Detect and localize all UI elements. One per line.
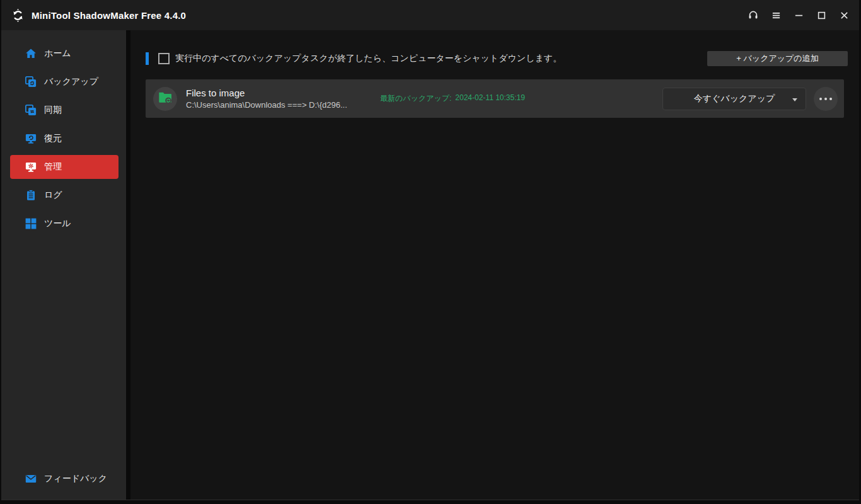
manage-page: 実行中のすべてのバックアップタスクが終了したら、コンピューターをシャットダウンし… [130,30,859,500]
sidebar-divider [126,30,130,500]
sidebar-item-label: ホーム [44,48,71,59]
app-window: MiniTool ShadowMaker Free 4.4.0 [0,0,861,504]
sidebar: ホーム バックアップ [1,30,126,500]
folder-backup-icon [158,91,172,107]
sidebar-item-label: 管理 [44,161,62,173]
home-icon [25,48,37,59]
feedback-icon [25,473,37,484]
latest-backup-time: 2024-02-11 10:35:19 [455,93,525,104]
window-bottom-border [1,500,859,504]
maximize-icon[interactable] [810,5,833,25]
sidebar-item-label: ツール [44,218,71,229]
ellipsis-icon [824,98,827,100]
sidebar-item-label: フィードバック [44,473,107,484]
backup-now-button[interactable]: 今すぐバックアップ [662,88,806,110]
sidebar-item-tools[interactable]: ツール [10,212,118,236]
task-icon-circle [153,87,177,111]
sidebar-item-log[interactable]: ログ [10,183,118,207]
window-title: MiniTool ShadowMaker Free 4.4.0 [32,10,186,21]
log-icon [25,190,37,201]
sidebar-item-label: バックアップ [44,76,98,88]
sidebar-item-label: 同期 [44,105,62,116]
backup-now-label: 今すぐバックアップ [694,93,775,105]
sync-icon [25,105,37,116]
support-icon[interactable] [742,5,765,25]
manage-icon [25,161,37,173]
ellipsis-icon [829,98,832,100]
task-info: Files to image C:\Users\anima\Downloads … [186,88,380,110]
shutdown-checkbox-label: 実行中のすべてのバックアップタスクが終了したら、コンピューターをシャットダウンし… [175,53,562,64]
task-latest-backup: 最新のバックアップ: 2024-02-11 10:35:19 [380,93,525,104]
minimize-icon[interactable] [787,5,810,25]
restore-icon [25,133,37,144]
sidebar-item-feedback[interactable]: フィードバック [10,467,118,491]
ellipsis-icon [819,98,822,100]
sidebar-item-label: 復元 [44,133,62,144]
latest-backup-label: 最新のバックアップ: [380,93,451,104]
accent-bar [146,52,149,65]
backup-task-card: Files to image C:\Users\anima\Downloads … [146,79,844,118]
sidebar-item-label: ログ [44,190,62,201]
manage-header: 実行中のすべてのバックアップタスクが終了したら、コンピューターをシャットダウンし… [146,51,848,66]
minitool-logo-icon [10,8,25,23]
task-name: Files to image [186,88,380,98]
sidebar-item-manage[interactable]: 管理 [10,155,118,179]
window-controls [742,5,855,25]
sidebar-item-restore[interactable]: 復元 [10,127,118,151]
close-icon[interactable] [833,5,855,25]
backup-icon [25,76,37,88]
sidebar-item-backup[interactable]: バックアップ [10,70,118,94]
titlebar: MiniTool ShadowMaker Free 4.4.0 [1,0,859,30]
sidebar-item-home[interactable]: ホーム [10,42,118,66]
tools-icon [25,218,37,229]
shutdown-checkbox[interactable] [158,53,170,64]
add-backup-button[interactable]: + バックアップの追加 [707,51,848,66]
chevron-down-icon[interactable] [792,98,797,101]
task-path: C:\Users\anima\Downloads ===> D:\{d296..… [186,100,380,110]
menu-icon[interactable] [765,5,787,25]
task-more-button[interactable] [814,87,838,111]
sidebar-item-sync[interactable]: 同期 [10,98,118,122]
